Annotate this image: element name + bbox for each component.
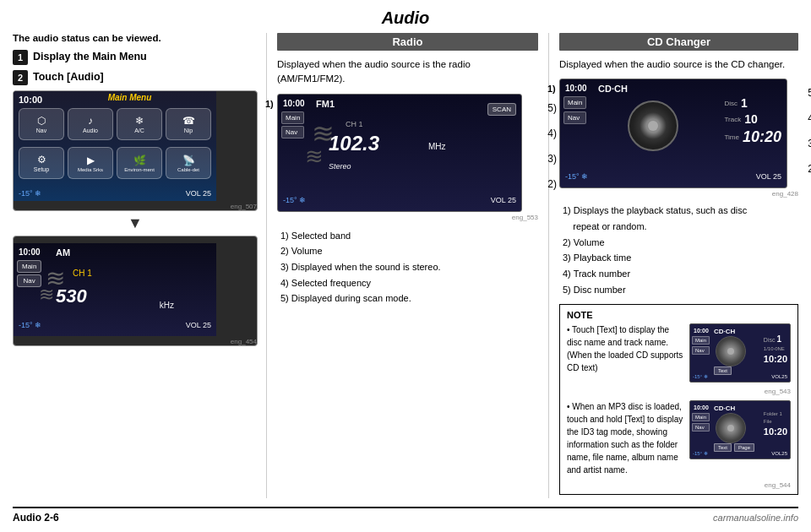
- menu-btn-setup[interactable]: ⚙Setup: [19, 147, 64, 179]
- ns2-time-val: 10:20: [764, 426, 787, 437]
- screen1-time: 10:00: [19, 95, 42, 105]
- menu-btn-nav[interactable]: ⬡Nav: [19, 108, 64, 140]
- radio-eng: eng_553: [277, 214, 538, 221]
- cd-track-label: Track: [724, 116, 741, 123]
- menu-grid-row2: ⚙Setup ▶Media Srks 🌿Environ-ment 📡Cable-…: [19, 147, 211, 179]
- ns1-vol: VOL25: [771, 374, 787, 379]
- cd-header: CD Changer: [559, 33, 798, 51]
- ns1-right: Disc 1 1/10·0NE 10:20: [764, 334, 787, 364]
- radio-main-btn[interactable]: Main: [281, 111, 304, 124]
- radio-intro: Displayed when the audio source is the r…: [277, 57, 538, 87]
- ns1-nav[interactable]: Nav: [692, 346, 710, 355]
- menu-btn-nip[interactable]: ☎Nip: [166, 108, 211, 140]
- menu-btn-environ[interactable]: 🌿Environ-ment: [117, 147, 162, 179]
- cd-list-item-3: 3) Playback time: [559, 250, 798, 266]
- footer-left: Audio 2-6: [13, 512, 59, 524]
- radio-list-item-4: 4) Selected frequency: [277, 275, 538, 291]
- cd-disc-area: [628, 100, 687, 160]
- ns2-main[interactable]: Main: [692, 413, 710, 421]
- am-nav-main[interactable]: Main: [17, 260, 41, 273]
- cd-disc-val: 1: [741, 96, 748, 110]
- main-menu-screen-wrap: 10:00 Main Menu ⬡Nav ♪Audio ❄A/C ☎Nip ⚙S…: [13, 90, 258, 211]
- screen1-eng: eng_507: [14, 203, 257, 210]
- cd-time-row: Time 10:20: [724, 128, 781, 146]
- note1-eng: eng_543: [567, 388, 791, 395]
- radio-list-item-3: 3) Displayed when the sound is stereo.: [277, 259, 538, 275]
- radio-list-num-1: 1): [280, 231, 289, 241]
- am-station: CH 1: [73, 269, 92, 278]
- menu-btn-cable[interactable]: 📡Cable-det: [166, 147, 211, 179]
- am-screen: 10:00 AM Main Nav ≋ ≋ CH 1 530 kHz -15° …: [14, 243, 216, 336]
- ns1-rows: Disc 1 1/10·0NE 10:20: [764, 334, 787, 364]
- ns1-track-info: 1/10·0NE: [764, 346, 787, 351]
- cd-callout-3: 3): [808, 138, 811, 149]
- am-vol: VOL 25: [186, 321, 211, 329]
- screen1-vol: VOL 25: [186, 189, 211, 198]
- step-1-label: Display the Main Menu: [33, 50, 147, 62]
- note2-eng: eng_544: [567, 481, 791, 489]
- radio-time: 10:00: [283, 99, 305, 108]
- note-title: NOTE: [567, 310, 791, 320]
- ns1-main[interactable]: Main: [692, 336, 710, 345]
- ns1-text-btn[interactable]: Text: [714, 366, 732, 375]
- ns2-btns: Text Page: [714, 443, 754, 452]
- ns2-nav[interactable]: Nav: [692, 423, 710, 432]
- cd-main-btn[interactable]: Main: [563, 96, 586, 109]
- main-menu-screen: 10:00 Main Menu ⬡Nav ♪Audio ❄A/C ☎Nip ⚙S…: [14, 91, 216, 201]
- radio-screen-area: 1) 10:00 FM1 SCAN Main Nav ≋ ≋ CH 1 102.…: [277, 94, 538, 221]
- cd-list-item-2: 2) Volume: [559, 235, 798, 251]
- note1-screen: 10:00 CD·CH Main Nav: [689, 323, 791, 383]
- cd-list-item-1: 1) Displays the playback status, such as…: [559, 203, 798, 234]
- am-band: AM: [56, 247, 70, 258]
- screen1-title: Main Menu: [43, 93, 216, 102]
- ns1-disc: [716, 336, 749, 370]
- ns2-vol: VOL25: [771, 451, 787, 456]
- note1-text: • Touch [Text] to display the disc name …: [567, 323, 684, 383]
- radio-scan-btn[interactable]: SCAN: [487, 103, 516, 116]
- radio-temp: -15° ❄: [283, 196, 306, 204]
- cd-callout-2: 2): [808, 163, 811, 175]
- radio-callouts: 5) 4) 3) 2): [547, 102, 557, 190]
- note2-text: • When an MP3 disc is loaded, touch and …: [567, 400, 684, 476]
- ns2-time: 10:00: [694, 404, 709, 410]
- cd-screen: 10:00 CD·CH Main Nav: [559, 79, 787, 188]
- radio-callout-3: 3): [547, 153, 557, 165]
- ns1-time: 10:00: [694, 328, 709, 334]
- cd-track-val: 10: [744, 112, 758, 126]
- cd-timelabel: Time: [724, 133, 738, 141]
- step-1: 1 Display the Main Menu: [13, 50, 258, 65]
- menu-grid-row1: ⬡Nav ♪Audio ❄A/C ☎Nip: [19, 108, 211, 140]
- cd-time-disp: 10:00: [565, 84, 587, 93]
- cd-eng: eng_428: [559, 190, 798, 198]
- ns2-right: Folder 1 File 10:20: [764, 411, 787, 437]
- screen2-eng: eng_454: [14, 338, 257, 345]
- menu-btn-ac[interactable]: ❄A/C: [117, 108, 162, 140]
- menu-btn-audio[interactable]: ♪Audio: [68, 108, 113, 140]
- radio-list-item-5: 5) Displayed during scan mode.: [277, 290, 538, 307]
- cd-list-item-4: 4) Track number: [559, 266, 798, 282]
- ns2-text-btn[interactable]: Text: [714, 443, 732, 452]
- ns2-folder: Folder 1: [764, 411, 787, 416]
- note2-screen: 10:00 CD·CH Main Nav: [689, 400, 791, 459]
- screen1-temp: -15° ❄: [19, 189, 41, 198]
- cd-nav-btn[interactable]: Nav: [563, 111, 586, 124]
- radio-nav-btn[interactable]: Nav: [281, 126, 304, 138]
- step-2-badge: 2: [13, 70, 28, 85]
- am-freq: 530: [56, 285, 87, 307]
- note2-content: • When an MP3 disc is loaded, touch and …: [567, 400, 791, 476]
- cd-vol: VOL 25: [756, 172, 781, 181]
- cd-callouts: 5) 4) 3) 2): [808, 87, 811, 175]
- cd-disc-hole: [648, 121, 658, 131]
- cd-right-info: Disc 1 Track 10 Time 10:20: [724, 96, 781, 146]
- cd-list-item-5: 5) Disc number: [559, 282, 798, 298]
- ns1-nav: Main Nav: [692, 336, 710, 355]
- ns2-disc-circle: [716, 413, 746, 443]
- cd-label-1: 1): [547, 84, 556, 94]
- menu-btn-media[interactable]: ▶Media Srks: [68, 147, 113, 179]
- ns1-disc-circle: [716, 336, 746, 366]
- radio-stereo: Stereo: [329, 162, 351, 171]
- note-box: NOTE • Touch [Text] to display the disc …: [559, 304, 798, 495]
- cd-disc-row: Disc 1: [724, 96, 781, 110]
- ns2-page-btn[interactable]: Page: [734, 443, 754, 452]
- am-nav-nav[interactable]: Nav: [17, 274, 41, 287]
